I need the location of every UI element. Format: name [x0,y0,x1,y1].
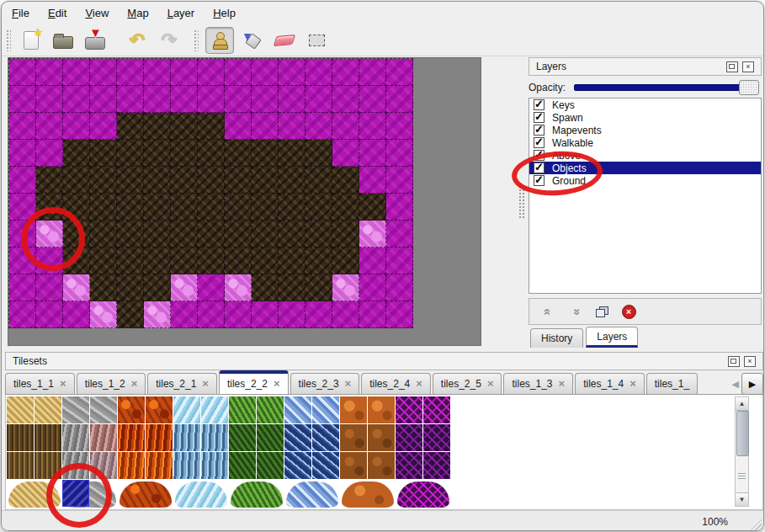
layer-checkbox[interactable] [534,125,545,136]
tileset-tile-pebbled[interactable] [340,452,367,479]
map-tile-brown-rock[interactable] [198,221,225,247]
map-tile-brown-rock[interactable] [63,221,90,247]
scroll-tabs-left-icon[interactable]: ◀ [732,379,739,390]
tileset-tile-vine[interactable] [229,396,256,423]
tileset-blob-sand[interactable] [7,480,62,508]
tileset-tile-gemd[interactable] [284,452,311,479]
map-tile-purple-ground[interactable] [117,59,144,86]
tileset-tab-tiles_2_5[interactable]: tiles_2_5× [433,373,502,394]
map-tile-purple-ground[interactable] [386,140,413,167]
map-tile-purple-ground[interactable] [386,86,413,113]
map-tile-purple-ground[interactable] [386,59,413,86]
map-tile-brown-rock[interactable] [144,274,171,301]
fill-tool-button[interactable] [239,28,266,53]
map-tile-purple-ground[interactable] [198,86,225,113]
tileset-blob-gem[interactable] [284,480,340,508]
map-tile-purple-ground[interactable] [305,113,332,140]
map-tile-purple-ground[interactable] [225,59,252,86]
close-tab-icon[interactable]: × [274,380,280,388]
map-tile-purple-ground[interactable] [36,86,63,113]
map-tile-purple-ground[interactable] [9,274,36,301]
map-tile-brown-rock[interactable] [305,194,332,221]
opacity-slider-handle[interactable] [739,80,759,95]
toolbar-grip[interactable] [194,29,199,51]
map-tile-brown-rock[interactable] [279,167,305,194]
tileset-tab-tiles_1_4[interactable]: tiles_1_4× [575,373,645,394]
tileset-tile-webd[interactable] [396,424,422,451]
tileset-blob-stone[interactable] [62,480,118,508]
tileset-tile-web[interactable] [423,396,450,423]
map-tile-purple-ground[interactable] [9,194,36,221]
layer-row-keys[interactable]: Keys [529,98,761,111]
map-tile-purple-ground[interactable] [36,301,63,328]
layer-checkbox[interactable] [534,162,545,173]
menu-item-map[interactable]: Map [127,7,148,19]
map-tile-purple-ground[interactable] [359,59,386,86]
map-tile-purple-ground[interactable] [9,301,36,328]
map-tile-brown-rock[interactable] [36,167,63,194]
menu-item-view[interactable]: View [85,7,109,19]
close-tab-icon[interactable]: × [416,380,422,388]
tileset-tile-vined[interactable] [257,452,284,479]
map-tile-purple-ground[interactable] [144,86,171,113]
map-tile-pink-flowers[interactable] [36,221,63,247]
close-tab-icon[interactable]: × [630,380,636,388]
close-tab-icon[interactable]: × [487,380,494,388]
map-tile-purple-ground[interactable] [305,301,332,328]
map-tile-pink-flowers[interactable] [359,221,386,247]
tileset-tile-pebble[interactable] [368,396,395,423]
tileset-tile-stone[interactable] [90,396,117,423]
map-tile-brown-rock[interactable] [90,274,117,301]
map-tile-brown-rock[interactable] [198,194,225,221]
map-tile-brown-rock[interactable] [117,194,144,221]
map-tile-purple-ground[interactable] [279,113,305,140]
lower-layer-button[interactable]: « [565,302,585,321]
map-tile-brown-rock[interactable] [117,140,144,167]
map-tile-purple-ground[interactable] [386,247,413,274]
map-tile-purple-ground[interactable] [386,221,413,247]
map-tile-purple-ground[interactable] [359,301,386,328]
map-tile-purple-ground[interactable] [305,59,332,86]
map-tile-brown-rock[interactable] [117,247,144,274]
tileset-tile-rockpink[interactable] [90,424,117,451]
tileset-tile-vined[interactable] [229,424,256,451]
tileset-tile-flame[interactable] [146,424,173,451]
map-tile-purple-ground[interactable] [90,59,117,86]
map-tile-purple-ground[interactable] [305,86,332,113]
close-tab-icon[interactable]: × [345,380,352,388]
map-tile-purple-ground[interactable] [359,167,386,194]
scroll-tabs-right-icon[interactable]: ▶ [741,373,763,395]
close-panel-icon[interactable]: × [742,61,754,72]
map-tile-brown-rock[interactable] [198,140,225,167]
tileset-tab-tiles_2_2[interactable]: tiles_2_2× [219,370,289,394]
tileset-tile-rockmix[interactable] [90,452,117,479]
map-tile-purple-ground[interactable] [9,221,36,247]
map-tile-brown-rock[interactable] [279,247,305,274]
map-tile-purple-ground[interactable] [36,113,63,140]
toolbar-grip[interactable] [6,29,11,51]
map-tile-purple-ground[interactable] [279,86,305,113]
tileset-tile-gem[interactable] [312,396,339,423]
map-tile-purple-ground[interactable] [171,301,198,328]
tileset-tab-tiles_1_2[interactable]: tiles_1_2× [77,373,146,394]
map-tile-purple-ground[interactable] [252,86,279,113]
close-tab-icon[interactable]: × [60,380,66,388]
map-tile-purple-ground[interactable] [36,59,63,86]
tileset-tile-sand[interactable] [7,396,34,423]
map-tile-purple-ground[interactable] [9,167,36,194]
map-tile-purple-ground[interactable] [198,59,225,86]
map-tile-brown-rock[interactable] [225,140,252,167]
map-tile-brown-rock[interactable] [198,113,225,140]
map-tile-brown-rock[interactable] [332,194,359,221]
map-tile-brown-rock[interactable] [36,194,63,221]
tileset-tile-flame2[interactable] [118,452,145,479]
tileset-tile-bark2[interactable] [35,452,61,479]
map-tile-purple-ground[interactable] [198,301,225,328]
map-tile-brown-rock[interactable] [90,247,117,274]
eraser-tool-button[interactable] [271,28,298,53]
map-tile-purple-ground[interactable] [279,301,305,328]
tileset-tile-pebbled[interactable] [368,424,395,451]
tileset-tile-bark2[interactable] [7,452,34,479]
tileset-tile-pebbled[interactable] [340,424,367,451]
map-tile-brown-rock[interactable] [305,274,332,301]
